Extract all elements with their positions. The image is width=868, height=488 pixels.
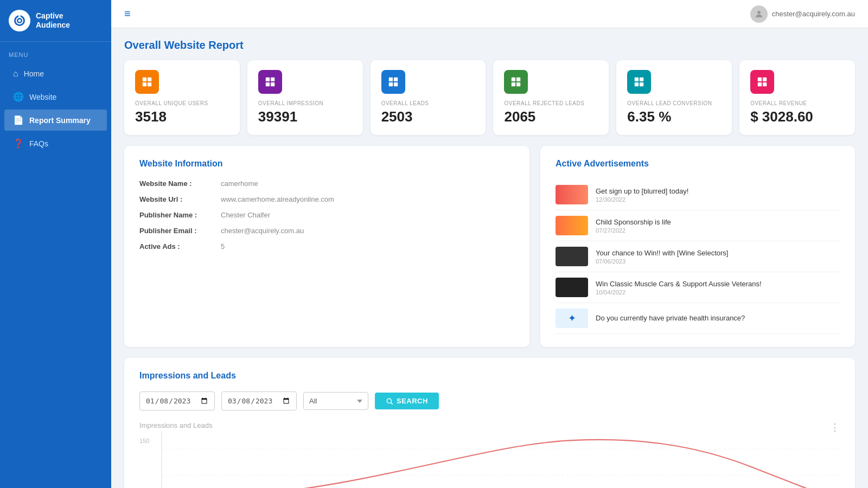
list-item: ✦ Do you currently have private health i… — [556, 303, 840, 334]
svg-rect-17 — [512, 78, 515, 81]
filter-select[interactable]: All — [303, 392, 368, 410]
content-area: Overall Website Report OVERALL UNIQUE US… — [111, 28, 868, 488]
stat-value-leads: 2503 — [381, 108, 475, 125]
list-item: Get sign up to [blurred] today! 12/30/20… — [556, 179, 840, 210]
search-button-label: SEARCH — [397, 397, 428, 405]
ad-info-5: Do you currently have private health ins… — [596, 314, 840, 323]
svg-point-2 — [18, 20, 21, 22]
svg-rect-9 — [266, 78, 270, 81]
stat-icon-unique-users — [135, 70, 159, 94]
info-label-publisher-name: Publisher Name : — [139, 211, 221, 219]
info-value-name: camerhome — [221, 179, 258, 188]
chart-section-title: Impressions and Leads — [139, 371, 840, 381]
stat-label-impression: OVERALL IMPRESSION — [258, 100, 352, 106]
date-to-input[interactable] — [221, 391, 297, 410]
user-info: chester@acquirely.com.au — [750, 5, 855, 23]
stats-row: OVERALL UNIQUE USERS 3518 OVERALL IMPRES… — [124, 60, 855, 135]
ad-info-3: Your chance to Win!! with [Wine Selector… — [596, 249, 840, 265]
info-label-publisher-email: Publisher Email : — [139, 227, 221, 235]
info-label-active-ads: Active Ads : — [139, 242, 221, 251]
stat-card-unique-users: OVERALL UNIQUE USERS 3518 — [124, 60, 240, 135]
svg-rect-19 — [512, 82, 515, 86]
svg-rect-27 — [758, 82, 762, 86]
list-item: Your chance to Win!! with [Wine Selector… — [556, 241, 840, 272]
ad-thumb-3 — [556, 247, 588, 266]
svg-rect-23 — [635, 82, 639, 86]
stat-label-revenue: OVERALL REVENUE — [750, 100, 844, 106]
sidebar-item-faqs[interactable]: ❓ FAQs — [4, 133, 107, 154]
menu-label: MENU — [0, 42, 111, 62]
stat-label-unique-users: OVERALL UNIQUE USERS — [135, 100, 229, 106]
info-value-publisher-email: chester@acquirely.com.au — [221, 227, 304, 235]
svg-rect-24 — [640, 82, 643, 86]
sidebar-item-home[interactable]: ⌂ Home — [4, 63, 107, 84]
ad-info-2: Child Sponsorship is life 07/27/2022 — [596, 218, 840, 234]
ad-date-3: 07/06/2023 — [596, 258, 840, 265]
svg-rect-13 — [388, 78, 392, 81]
sidebar-item-report-label: Report Summary — [29, 116, 91, 125]
info-row-url: Website Url : www.camerhome.alreadyonlin… — [139, 195, 514, 203]
sidebar-item-website[interactable]: 🌐 Website — [4, 86, 107, 107]
stat-value-revenue: $ 3028.60 — [750, 108, 844, 125]
home-icon: ⌂ — [13, 69, 18, 79]
stat-label-leads: OVERALL LEADS — [381, 100, 475, 106]
search-button[interactable]: SEARCH — [375, 393, 439, 409]
chart-more-button[interactable]: ⋮ — [830, 421, 840, 433]
logo-sub: Audience — [36, 21, 70, 29]
info-row-name: Website Name : camerhome — [139, 179, 514, 188]
sidebar-item-website-label: Website — [29, 93, 56, 101]
sidebar: Captive Audience MENU ⌂ Home 🌐 Website 📄… — [0, 0, 111, 488]
svg-rect-26 — [763, 78, 767, 81]
ad-thumb-icon-5: ✦ — [568, 312, 576, 324]
svg-rect-25 — [758, 78, 762, 81]
ad-info-4: Win Classic Muscle Cars & Support Aussie… — [596, 280, 840, 296]
chart-y-axis: 150 100 — [139, 438, 149, 488]
chart-wrapper: Impressions and Leads ⋮ 150 100 — [139, 421, 840, 488]
svg-point-29 — [387, 399, 391, 403]
info-row-publisher-email: Publisher Email : chester@acquirely.com.… — [139, 227, 514, 235]
svg-rect-7 — [143, 82, 146, 86]
sidebar-item-home-label: Home — [24, 69, 44, 78]
avatar — [750, 5, 768, 23]
stat-card-revenue: OVERALL REVENUE $ 3028.60 — [739, 60, 855, 135]
logo: Captive Audience — [0, 0, 111, 42]
svg-rect-21 — [635, 78, 639, 81]
sidebar-item-report-summary[interactable]: 📄 Report Summary — [4, 110, 107, 131]
svg-rect-16 — [394, 82, 398, 86]
stat-icon-revenue — [750, 70, 774, 94]
ad-thumb-5: ✦ — [556, 309, 588, 328]
middle-row: Website Information Website Name : camer… — [124, 146, 855, 347]
svg-rect-22 — [640, 78, 643, 81]
stat-value-rejected-leads: 2065 — [504, 108, 598, 125]
stat-card-impression: OVERALL IMPRESSION 39391 — [247, 60, 363, 135]
faqs-icon: ❓ — [13, 138, 24, 149]
stat-icon-leads — [381, 70, 405, 94]
stat-card-lead-conversion: OVERALL LEAD CONVERSION 6.35 % — [616, 60, 732, 135]
stat-card-rejected-leads: OVERALL REJECTED LEADS 2065 — [493, 60, 609, 135]
info-row-active-ads: Active Ads : 5 — [139, 242, 514, 251]
info-row-publisher-name: Publisher Name : Chester Chalfer — [139, 211, 514, 219]
date-from-input[interactable] — [139, 391, 215, 410]
svg-rect-12 — [271, 82, 275, 86]
report-icon: 📄 — [13, 115, 24, 125]
ad-date-4: 10/04/2022 — [596, 289, 840, 296]
info-value-publisher-name: Chester Chalfer — [221, 211, 270, 219]
stat-icon-rejected-leads — [504, 70, 528, 94]
svg-rect-15 — [388, 82, 392, 86]
logo-name: Captive — [36, 11, 70, 21]
website-info-title: Website Information — [139, 159, 514, 169]
ad-title-4: Win Classic Muscle Cars & Support Aussie… — [596, 280, 840, 288]
main-content: ≡ chester@acquirely.com.au Overall Websi… — [111, 0, 868, 488]
chart-section: Impressions and Leads All SEARCH Impress… — [124, 358, 855, 488]
svg-rect-10 — [271, 78, 275, 81]
menu-toggle-button[interactable]: ≡ — [124, 8, 131, 20]
svg-rect-6 — [148, 78, 151, 81]
active-ads-card: Active Advertisements Get sign up to [bl… — [540, 146, 855, 347]
chart-svg — [156, 432, 840, 488]
topbar: ≡ chester@acquirely.com.au — [111, 0, 868, 28]
website-info-card: Website Information Website Name : camer… — [124, 146, 529, 347]
svg-line-30 — [391, 402, 393, 404]
chart-controls: All SEARCH — [139, 391, 840, 410]
sidebar-item-faqs-label: FAQs — [29, 139, 48, 148]
svg-rect-14 — [394, 78, 398, 81]
